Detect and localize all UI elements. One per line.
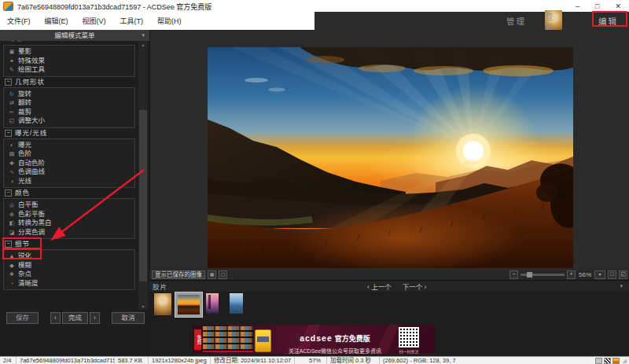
thumbnail-mountain-lake[interactable] <box>230 293 243 314</box>
image-canvas <box>149 30 629 270</box>
scrollbar-thumb[interactable] <box>139 110 147 281</box>
zoom-slider-thumb[interactable] <box>527 272 532 278</box>
next-image-button[interactable]: 下一个 › <box>403 281 427 291</box>
scroll-down-icon[interactable]: ▾ <box>138 303 148 309</box>
split-tone-icon: ◪ <box>8 228 16 237</box>
section-exposure[interactable]: − 曝光/光线 <box>0 128 138 138</box>
thumbnail-palm-beach[interactable] <box>206 293 219 314</box>
tool-item-light[interactable]: ◑ 光线 <box>4 177 134 186</box>
actual-size-button[interactable]: □ <box>608 270 616 279</box>
tool-item-blur[interactable]: ◆ 模糊 <box>4 261 134 270</box>
tool-item-rotate[interactable]: ↻ 旋转 <box>4 90 134 99</box>
resize-grip-icon[interactable]: ◢ <box>623 358 627 364</box>
grid-view-icon[interactable]: ▦ <box>208 270 216 279</box>
close-button[interactable]: ✕ <box>615 0 621 13</box>
sharpen-icon: ▲ <box>8 252 16 261</box>
menu-help[interactable]: 帮助(H) <box>150 13 189 30</box>
acdsee-window: 7a67e56948809fd013a71b3dcad71597 - ACDSe… <box>0 0 629 364</box>
menu-view[interactable]: 视图(V) <box>75 13 113 30</box>
flip-icon: ⇄ <box>8 98 16 108</box>
single-view-icon[interactable]: ▢ <box>219 270 227 279</box>
sunset-photo[interactable] <box>208 47 573 268</box>
menu-tools[interactable]: 工具(T) <box>113 13 151 30</box>
prev-step-button[interactable]: ‹ <box>50 312 61 324</box>
mode-tab-manage[interactable]: 管理 <box>506 15 526 27</box>
tool-item-clarity[interactable]: ◔ 清晰度 <box>4 279 134 289</box>
save-button[interactable]: 保存 <box>6 312 39 324</box>
collapse-icon: − <box>5 130 12 137</box>
status-dimensions: 1921x1280x24b jpeg <box>149 357 211 364</box>
thumbnail-portrait[interactable] <box>154 293 171 315</box>
chevron-down-icon: ▾ <box>142 30 145 41</box>
previous-image-button[interactable]: ‹ 上一个 <box>367 281 392 291</box>
title-bar: 7a67e56948809fd013a71b3dcad71597 - ACDSe… <box>0 0 629 13</box>
transparency-icon[interactable] <box>604 358 611 364</box>
tool-item-partial[interactable]: 文本 <box>0 41 138 42</box>
show-saved-toggle[interactable]: 显示已保存的图像 <box>152 270 205 279</box>
fit-image-button[interactable]: ◱ <box>619 270 627 279</box>
tool-item-vignette[interactable]: ▣ 晕影 <box>4 47 134 57</box>
cancel-button[interactable]: 取消 <box>112 312 145 324</box>
tool-item-sharpen[interactable]: ▲ 锐化 <box>4 252 134 261</box>
zoom-in-button[interactable]: + <box>567 270 576 279</box>
thumbnail-sunset-selected[interactable] <box>175 292 203 318</box>
qr-code <box>399 327 419 347</box>
zoom-dropdown-button[interactable]: ▾ <box>594 270 605 279</box>
filmstrip-menu-icon[interactable]: ▾ <box>620 283 623 289</box>
minimize-button[interactable]: – <box>576 0 579 13</box>
white-balance-icon: ◎ <box>8 200 16 210</box>
done-button[interactable]: 完成 <box>62 312 88 324</box>
tool-item-levels[interactable]: ▤ 色阶 <box>4 149 134 159</box>
status-bar: 2/4 7a67e56948809fd013a71b3dcad71597 583… <box>0 356 629 364</box>
section-color[interactable]: − 颜色 <box>0 188 138 198</box>
auto-levels-icon: ✚ <box>8 159 16 168</box>
zoom-slider[interactable] <box>520 274 565 276</box>
mode-tab-view[interactable]: 查看 <box>545 10 562 32</box>
exposure-icon: ◐ <box>8 141 16 150</box>
sidebar-scrollbar[interactable]: ▴ ▾ <box>138 41 148 310</box>
ad-banner[interactable]: 免费 acdsee官方免费版 关注ACDSee微信公众号获取更多资讯 扫一扫关注 <box>193 325 435 354</box>
tool-item-color-balance[interactable]: ⊕ 色彩平衡 <box>4 210 134 219</box>
status-index: 2/4 <box>0 357 17 364</box>
tool-item-tone-curves[interactable]: ∿ 色调曲线 <box>4 167 134 177</box>
status-icons: ◢ <box>595 358 629 364</box>
tool-item-white-balance[interactable]: ◎ 白平衡 <box>4 200 134 210</box>
maximize-button[interactable]: □ <box>595 0 599 13</box>
tool-item-noise[interactable]: ❖ 杂点 <box>4 270 134 279</box>
resize-icon: ◱ <box>8 116 16 126</box>
canvas-toolbar: 显示已保存的图像 ▦ ▢ − + 56% ▾ □ ◱ <box>149 270 629 280</box>
tool-item-special-effects[interactable]: ✦ 特殊效果 <box>4 57 134 66</box>
drawing-tools-icon: ✎ <box>8 65 16 75</box>
image-flag-icon[interactable] <box>595 358 602 364</box>
status-load-time: 加载时间 0.3 秒 <box>327 357 380 364</box>
tool-item-split-tone[interactable]: ◪ 分离色调 <box>4 228 134 237</box>
clarity-icon: ◔ <box>8 279 16 289</box>
tool-item-exposure[interactable]: ◐ 曝光 <box>4 141 134 150</box>
tool-list: 文本 ▣ 晕影 ✦ 特殊效果 ✎ 绘图工具 − 几何形状 ↻ 旋转 <box>0 41 138 310</box>
tool-item-resize[interactable]: ◱ 调整大小 <box>4 116 134 126</box>
collapse-icon: − <box>5 241 12 248</box>
banner-text: acdsee官方免费版 关注ACDSee微信公众号获取更多资讯 <box>276 330 394 354</box>
menu-file[interactable]: 文件(F) <box>0 13 38 30</box>
zoom-out-button[interactable]: − <box>509 270 518 279</box>
status-rgb-readout: (269,602) - RGB: 128, 39, 7 <box>380 357 595 364</box>
filmstrip-label: 胶片 <box>153 281 167 291</box>
tool-item-auto-levels[interactable]: ✚ 自动色阶 <box>4 159 134 168</box>
menu-edit[interactable]: 编辑(E) <box>38 13 75 30</box>
tool-item-flip[interactable]: ⇄ 翻转 <box>4 98 134 108</box>
group-geometry: ↻ 旋转 ⇄ 翻转 ✂ 裁剪 ◱ 调整大小 <box>3 87 135 128</box>
section-geometry[interactable]: − 几何形状 <box>0 77 138 87</box>
special-effects-icon: ✦ <box>8 57 16 66</box>
tool-item-drawing-tools[interactable]: ✎ 绘图工具 <box>4 65 134 75</box>
color-profile-icon[interactable] <box>612 358 620 364</box>
edit-menu-header[interactable]: 编辑模式菜单 ▾ <box>0 30 149 41</box>
tool-item-crop[interactable]: ✂ 裁剪 <box>4 108 134 117</box>
mode-bar: 管理 查看 编辑 <box>314 12 629 30</box>
convert-bw-icon: ◧ <box>8 219 16 228</box>
mode-tab-edit[interactable]: 编辑 <box>598 15 618 27</box>
group-detail: ▲ 锐化 ◆ 模糊 ❖ 杂点 ◔ 清晰度 <box>3 249 135 290</box>
scroll-up-icon[interactable]: ▴ <box>138 42 148 47</box>
next-step-button[interactable]: › <box>90 312 100 324</box>
section-detail[interactable]: − 细节 <box>0 239 138 249</box>
tool-item-convert-bw[interactable]: ◧ 转换为黑白 <box>4 219 134 228</box>
